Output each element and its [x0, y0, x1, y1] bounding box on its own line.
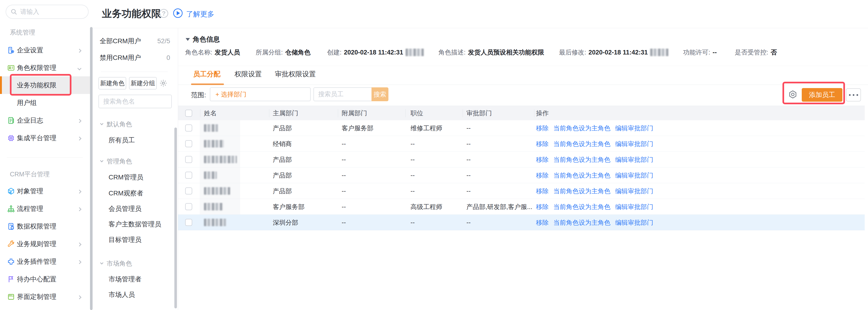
set-main-role-link[interactable]: 当前角色设为主角色 — [553, 187, 611, 195]
remove-link[interactable]: 移除 — [536, 203, 549, 211]
role-group-market[interactable]: 市场角色 — [100, 259, 132, 268]
column-separator — [405, 109, 406, 117]
role-group-admin[interactable]: 管理角色 — [100, 157, 132, 165]
field-label: 角色描述: — [438, 48, 466, 57]
col-header-position[interactable]: 职位 — [410, 106, 423, 121]
remove-link[interactable]: 移除 — [536, 171, 549, 180]
role-item-crm-observer[interactable]: CRM观察者 — [108, 189, 143, 198]
edit-approval-dept-link[interactable]: 编辑审批部门 — [615, 203, 653, 211]
cell-main-dept: 产品部 — [273, 167, 292, 183]
tab-approval-permission-settings[interactable]: 审批权限设置 — [275, 69, 316, 79]
row-checkbox[interactable] — [185, 219, 192, 226]
employee-search-input[interactable] — [313, 87, 372, 101]
table-settings-gear-icon[interactable] — [788, 90, 798, 99]
select-department-button[interactable]: + 选择部门 — [210, 87, 311, 101]
row-checkbox[interactable] — [185, 187, 192, 194]
new-role-button[interactable]: 新建角色 — [98, 77, 126, 90]
set-main-role-link[interactable]: 当前角色设为主角色 — [553, 203, 611, 211]
disabled-crm-users-row[interactable]: 禁用CRM用户 0 — [100, 53, 170, 62]
row-checkbox[interactable] — [185, 172, 192, 179]
col-header-approval-dept[interactable]: 审批部门 — [466, 106, 492, 121]
add-employee-button[interactable]: 添加员工 — [802, 88, 842, 102]
table-row[interactable]: 产品部 -- -- -- 移除当前角色设为主角色编辑审批部门 — [178, 152, 865, 167]
sidebar-item-label: 企业设置 — [17, 46, 43, 55]
sidebar-scrollbar[interactable] — [90, 27, 93, 310]
role-item-all-employees[interactable]: 所有员工 — [108, 136, 135, 145]
role-info-section-header[interactable]: 角色信息 — [186, 35, 220, 44]
set-main-role-link[interactable]: 当前角色设为主角色 — [553, 155, 611, 164]
tab-employee-assignment[interactable]: 员工分配 — [193, 69, 220, 79]
table-row[interactable]: 产品部 客户服务部 维修工程师 -- 移除当前角色设为主角色编辑审批部门 — [178, 120, 865, 136]
role-search-input[interactable] — [98, 95, 172, 108]
edit-approval-dept-link[interactable]: 编辑审批部门 — [615, 218, 653, 227]
sidebar-item-integration-platform[interactable]: 集成平台管理 — [0, 129, 90, 147]
role-panel-scrollbar[interactable] — [174, 127, 177, 308]
row-checkbox[interactable] — [185, 124, 192, 131]
sidebar-item-business-plugin-mgmt[interactable]: 业务插件管理 — [0, 253, 90, 270]
help-icon[interactable]: ? — [159, 9, 168, 18]
table-row[interactable]: 客户服务部 -- 高级工程师 产品部,研发部,客户服... 移除当前角色设为主角… — [178, 199, 865, 215]
role-group-default[interactable]: 默认角色 — [100, 120, 132, 128]
sidebar-search-input[interactable] — [20, 8, 79, 16]
redacted-name-cell — [200, 167, 240, 183]
col-header-sub-dept[interactable]: 附属部门 — [342, 106, 367, 121]
tab-permission-settings[interactable]: 权限设置 — [235, 69, 262, 79]
sidebar-item-business-rules-mgmt[interactable]: 业务规则管理 — [0, 235, 90, 253]
col-header-actions[interactable]: 操作 — [536, 106, 549, 121]
sidebar-item-enterprise-settings[interactable]: 企业设置 — [0, 41, 90, 59]
role-item-customer-master-data-admin[interactable]: 客户主数据管理员 — [108, 220, 161, 229]
role-item-crm-admin[interactable]: CRM管理员 — [108, 173, 143, 182]
table-row[interactable]: 经销商 -- -- -- 移除当前角色设为主角色编辑审批部门 — [178, 136, 865, 152]
search-button[interactable]: 搜索 — [372, 87, 389, 101]
sidebar-search[interactable] — [6, 5, 89, 19]
field-is-controlled: 是否受管控: 否 — [735, 49, 777, 56]
sidebar-section-crm: CRM平台管理 — [10, 170, 50, 179]
cell-approval-dept: -- — [466, 136, 471, 152]
set-main-role-link[interactable]: 当前角色设为主角色 — [553, 171, 611, 180]
table-row[interactable]: 产品部 -- -- -- 移除当前角色设为主角色编辑审批部门 — [178, 167, 865, 183]
role-settings-gear-icon[interactable] — [159, 79, 167, 87]
remove-link[interactable]: 移除 — [536, 155, 549, 164]
set-main-role-link[interactable]: 当前角色设为主角色 — [553, 140, 611, 148]
edit-approval-dept-link[interactable]: 编辑审批部门 — [615, 171, 653, 180]
sidebar-item-user-groups[interactable]: 用户组 — [0, 94, 90, 112]
remove-link[interactable]: 移除 — [536, 140, 549, 148]
edit-approval-dept-link[interactable]: 编辑审批部门 — [615, 187, 653, 195]
edit-approval-dept-link[interactable]: 编辑审批部门 — [615, 124, 653, 132]
table-row-selected[interactable]: 深圳分部 -- -- -- 移除当前角色设为主角色编辑审批部门 — [178, 215, 865, 230]
sidebar-item-object-mgmt[interactable]: 对象管理 — [0, 182, 90, 200]
field-value: 否 — [771, 48, 777, 57]
new-group-button[interactable]: 新建分组 — [129, 77, 157, 90]
set-main-role-link[interactable]: 当前角色设为主角色 — [553, 124, 611, 132]
play-video-icon[interactable] — [173, 8, 183, 18]
remove-link[interactable]: 移除 — [536, 124, 549, 132]
sidebar-item-todo-center-config[interactable]: 待办中心配置 — [0, 270, 90, 288]
col-header-main-dept[interactable]: 主属部门 — [273, 106, 298, 121]
role-item-member-admin[interactable]: 会员管理员 — [108, 204, 142, 213]
role-item-market-staff[interactable]: 市场人员 — [108, 290, 135, 299]
sidebar-item-business-function-permission[interactable]: 业务功能权限 — [0, 76, 90, 94]
sidebar-item-role-permission-mgmt[interactable]: 角色权限管理 — [0, 59, 90, 76]
col-header-name[interactable]: 姓名 — [204, 106, 217, 121]
all-crm-users-row[interactable]: 全部CRM用户 52/5 — [100, 37, 170, 45]
sidebar-item-data-permission-mgmt[interactable]: 数据权限管理 — [0, 217, 90, 235]
learn-more-link[interactable]: 了解更多 — [186, 9, 214, 19]
row-checkbox[interactable] — [185, 156, 192, 163]
role-item-market-manager[interactable]: 市场管理者 — [108, 275, 142, 284]
edit-approval-dept-link[interactable]: 编辑审批部门 — [615, 140, 653, 148]
cell-position: -- — [410, 183, 415, 199]
row-checkbox[interactable] — [185, 203, 192, 210]
sidebar-item-ui-customization-mgmt[interactable]: 界面定制管理 — [0, 288, 90, 306]
sidebar-item-process-mgmt[interactable]: 流程管理 — [0, 200, 90, 217]
remove-link[interactable]: 移除 — [536, 218, 549, 227]
edit-approval-dept-link[interactable]: 编辑审批部门 — [615, 155, 653, 164]
more-actions-button[interactable] — [846, 88, 861, 101]
select-all-checkbox[interactable] — [185, 110, 192, 117]
row-checkbox[interactable] — [185, 140, 192, 147]
search-icon — [10, 8, 18, 15]
set-main-role-link[interactable]: 当前角色设为主角色 — [553, 218, 611, 227]
table-row[interactable]: 产品部 -- -- -- 移除当前角色设为主角色编辑审批部门 — [178, 183, 865, 199]
remove-link[interactable]: 移除 — [536, 187, 549, 195]
sidebar-item-enterprise-log[interactable]: 企业日志 — [0, 112, 90, 129]
role-item-target-admin[interactable]: 目标管理员 — [108, 235, 142, 244]
